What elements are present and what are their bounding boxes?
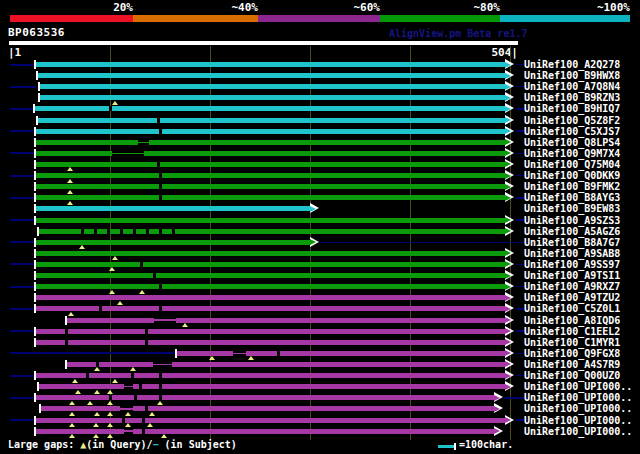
- hit-arrowhead-icon[interactable]: [310, 203, 320, 214]
- hit-label[interactable]: UniRef100_B9HWX8: [524, 70, 620, 81]
- hit-bar[interactable]: [38, 118, 505, 123]
- hit-arrowhead-icon[interactable]: [505, 259, 515, 270]
- hit-bar[interactable]: [67, 362, 505, 367]
- hit-label[interactable]: UniRef100_C5Z0L1: [524, 303, 620, 314]
- hit-label[interactable]: UniRef100_Q9FGX8: [524, 348, 620, 359]
- hit-bar[interactable]: [36, 273, 505, 278]
- hit-arrowhead-icon[interactable]: [505, 215, 515, 226]
- hit-bar[interactable]: [36, 395, 494, 400]
- hit-arrowhead-icon[interactable]: [505, 170, 515, 181]
- hit-arrowhead-icon[interactable]: [505, 192, 515, 203]
- hit-bar[interactable]: [67, 318, 505, 323]
- hit-arrowhead-icon[interactable]: [505, 181, 515, 192]
- hit-label[interactable]: UniRef100_A9SAB8: [524, 248, 620, 259]
- hit-bar[interactable]: [39, 384, 505, 389]
- hit-bar[interactable]: [36, 306, 505, 311]
- hit-bar[interactable]: [36, 151, 505, 156]
- hit-label[interactable]: UniRef100_C1MYR1: [524, 337, 620, 348]
- hit-arrowhead-icon[interactable]: [505, 59, 515, 70]
- hit-arrowhead-icon[interactable]: [505, 292, 515, 303]
- hit-label[interactable]: UniRef100_B9EW83: [524, 203, 620, 214]
- hit-label[interactable]: UniRef100_B9FMK2: [524, 181, 620, 192]
- hit-label[interactable]: UniRef100_Q0DKK9: [524, 170, 620, 181]
- hit-bar[interactable]: [36, 295, 505, 300]
- hit-label[interactable]: UniRef100_Q75M04: [524, 159, 620, 170]
- hit-arrowhead-icon[interactable]: [505, 92, 515, 103]
- hit-bar[interactable]: [36, 218, 505, 223]
- hit-label[interactable]: UniRef100_C1EEL2: [524, 326, 620, 337]
- hit-bar[interactable]: [36, 62, 505, 67]
- hit-bar[interactable]: [36, 206, 310, 211]
- hit-bar[interactable]: [36, 162, 505, 167]
- hit-label[interactable]: UniRef100_A4S7R9: [524, 359, 620, 370]
- hit-bar[interactable]: [36, 173, 505, 178]
- hit-bar[interactable]: [36, 340, 505, 345]
- hit-label[interactable]: UniRef100_B9RZN3: [524, 92, 620, 103]
- hit-label[interactable]: UniRef100_Q5Z8F2: [524, 115, 620, 126]
- hit-arrowhead-icon[interactable]: [505, 370, 515, 381]
- hit-label[interactable]: UniRef100_B8AYG3: [524, 192, 620, 203]
- hit-bar[interactable]: [36, 129, 505, 134]
- hit-label[interactable]: UniRef100_A9SS97: [524, 259, 620, 270]
- hit-label[interactable]: UniRef100_Q9M7X4: [524, 148, 620, 159]
- hit-bar[interactable]: [36, 140, 505, 145]
- hit-arrowhead-icon[interactable]: [505, 326, 515, 337]
- hit-arrowhead-icon[interactable]: [505, 348, 515, 359]
- hit-label[interactable]: UniRef100_Q00UZ0: [524, 370, 620, 381]
- hit-label[interactable]: UniRef100_UPI000..: [524, 392, 632, 403]
- hit-arrowhead-icon[interactable]: [505, 337, 515, 348]
- hit-arrowhead-icon[interactable]: [505, 81, 515, 92]
- hit-arrowhead-icon[interactable]: [505, 270, 515, 281]
- hit-arrowhead-icon[interactable]: [505, 359, 515, 370]
- hit-bar[interactable]: [41, 406, 494, 411]
- hit-label[interactable]: UniRef100_A9TSI1: [524, 270, 620, 281]
- hit-label[interactable]: UniRef100_A8IQD6: [524, 315, 620, 326]
- hit-bar[interactable]: [36, 184, 505, 189]
- hit-arrowhead-icon[interactable]: [505, 248, 515, 259]
- hit-arrowhead-icon[interactable]: [494, 392, 504, 403]
- hit-arrowhead-icon[interactable]: [505, 281, 515, 292]
- hit-bar[interactable]: [177, 351, 505, 356]
- hit-arrowhead-icon[interactable]: [505, 303, 515, 314]
- hit-bar[interactable]: [36, 195, 505, 200]
- hit-bar[interactable]: [38, 73, 505, 78]
- hit-label[interactable]: UniRef100_A5AGZ6: [524, 226, 620, 237]
- hit-arrowhead-icon[interactable]: [505, 115, 515, 126]
- hit-bar[interactable]: [36, 251, 505, 256]
- hit-label[interactable]: UniRef100_B9HIQ7: [524, 103, 620, 114]
- hit-label[interactable]: UniRef100_B8A7G7: [524, 237, 620, 248]
- hit-label[interactable]: UniRef100_UPI000..: [524, 426, 632, 437]
- hit-label[interactable]: UniRef100_A9SZS3: [524, 215, 620, 226]
- hit-label[interactable]: UniRef100_A9TZU2: [524, 292, 620, 303]
- hit-arrowhead-icon[interactable]: [494, 426, 504, 437]
- hit-arrowhead-icon[interactable]: [505, 103, 515, 114]
- hit-arrowhead-icon[interactable]: [505, 159, 515, 170]
- hit-label[interactable]: UniRef100_A9RXZ7: [524, 281, 620, 292]
- hit-arrowhead-icon[interactable]: [505, 148, 515, 159]
- hit-arrowhead-icon[interactable]: [505, 381, 515, 392]
- hit-arrowhead-icon[interactable]: [505, 70, 515, 81]
- hit-bar[interactable]: [36, 329, 505, 334]
- hit-label[interactable]: UniRef100_UPI000..: [524, 415, 632, 426]
- hit-arrowhead-icon[interactable]: [505, 226, 515, 237]
- hit-bar[interactable]: [40, 95, 505, 100]
- hit-bar[interactable]: [36, 262, 505, 267]
- hit-label[interactable]: UniRef100_UPI000..: [524, 381, 632, 392]
- hit-label[interactable]: UniRef100_C5XJS7: [524, 126, 620, 137]
- hit-label[interactable]: UniRef100_Q8LPS4: [524, 137, 620, 148]
- hit-arrowhead-icon[interactable]: [505, 126, 515, 137]
- hit-label[interactable]: UniRef100_UPI000..: [524, 403, 632, 414]
- hit-arrowhead-icon[interactable]: [505, 415, 515, 426]
- hit-bar[interactable]: [35, 106, 505, 111]
- hit-bar[interactable]: [36, 240, 310, 245]
- hit-arrowhead-icon[interactable]: [505, 137, 515, 148]
- hit-label[interactable]: UniRef100_A2Q278: [524, 59, 620, 70]
- hit-arrowhead-icon[interactable]: [505, 315, 515, 326]
- hit-label[interactable]: UniRef100_A7Q8N4: [524, 81, 620, 92]
- hit-bar[interactable]: [36, 429, 494, 434]
- hit-bar[interactable]: [36, 284, 505, 289]
- hit-bar[interactable]: [36, 418, 505, 423]
- hit-bar[interactable]: [36, 373, 505, 378]
- hit-bar[interactable]: [40, 84, 505, 89]
- hit-arrowhead-icon[interactable]: [494, 403, 504, 414]
